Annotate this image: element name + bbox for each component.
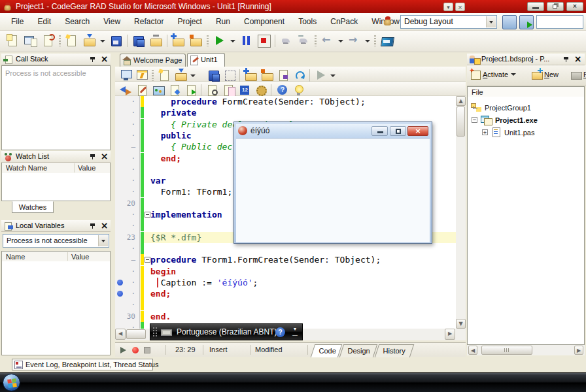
sync-icon[interactable]: [292, 67, 307, 81]
caret-icon[interactable]: [229, 33, 237, 49]
language-bar[interactable]: Portuguese (Brazilian ABNT) ? ▾—: [150, 323, 303, 340]
paste-run-icon[interactable]: [183, 82, 198, 96]
search-field[interactable]: [536, 15, 583, 29]
watch-list-header[interactable]: Watch List: [1, 151, 111, 163]
activate-button[interactable]: Activate: [470, 68, 516, 84]
menu-search[interactable]: Search: [59, 13, 95, 30]
find-doc-icon[interactable]: [204, 82, 219, 96]
menu-component[interactable]: Component: [238, 13, 290, 30]
page-refresh-icon[interactable]: [40, 33, 56, 49]
stop-icon[interactable]: [256, 33, 272, 49]
open-folder-icon[interactable]: [173, 67, 188, 81]
local-variables-header[interactable]: Local Variables: [1, 220, 111, 232]
remove-project-icon[interactable]: [188, 33, 204, 49]
diff-icon[interactable]: [220, 82, 235, 96]
pin-icon[interactable]: [89, 56, 97, 63]
form-toggle-icon[interactable]: [134, 67, 149, 81]
caret-icon[interactable]: [99, 33, 107, 49]
edit-pen-icon[interactable]: [134, 82, 149, 96]
close-icon[interactable]: [574, 55, 582, 63]
window-titlebar[interactable]: Project1 - CodeGear RAD Studio for Micro…: [0, 0, 586, 13]
menu-tools[interactable]: Tools: [292, 13, 322, 30]
frame-icon[interactable]: [222, 67, 237, 81]
chevron-down-icon[interactable]: [511, 73, 516, 76]
local-variables-scope-combo[interactable]: Process is not accessible: [3, 234, 109, 248]
call-stack-body[interactable]: Process is not accessible: [1, 65, 111, 150]
close-icon[interactable]: [100, 55, 109, 63]
run-icon[interactable]: [211, 33, 228, 49]
close-button[interactable]: ×: [566, 2, 583, 11]
vscroll-thumb[interactable]: [457, 106, 465, 137]
event-log-dock-tab[interactable]: Event Log, Breakpoint List, Thread Statu…: [12, 359, 153, 370]
new-page-icon[interactable]: [156, 67, 171, 81]
scroll-left-icon[interactable]: ◀: [468, 346, 477, 355]
scroll-up-icon[interactable]: ▲: [456, 96, 466, 106]
collapse-icon[interactable]: −: [472, 117, 477, 123]
menu-cnpack[interactable]: CnPack: [324, 13, 364, 30]
watch-list-body[interactable]: [1, 173, 111, 201]
drag-grip-icon[interactable]: [152, 327, 158, 338]
numbers-icon[interactable]: [237, 82, 252, 96]
minimize-button[interactable]: [527, 2, 544, 11]
fold-collapse-icon[interactable]: [145, 212, 150, 218]
menu-file[interactable]: File: [5, 13, 29, 30]
new-items-icon[interactable]: [5, 33, 21, 49]
toolbar-grip[interactable]: [205, 33, 211, 49]
tab-list-dropdown-icon[interactable]: ▾: [443, 3, 453, 11]
watches-tab[interactable]: Watches: [12, 201, 54, 213]
close-icon[interactable]: [100, 152, 109, 161]
scroll-right-icon[interactable]: ▶: [445, 329, 455, 340]
combo-caret-icon[interactable]: [98, 235, 108, 246]
save-all-icon[interactable]: [205, 67, 220, 81]
unit-swap-icon[interactable]: [118, 82, 133, 96]
pause-icon[interactable]: [238, 33, 254, 49]
close-button[interactable]: ×: [407, 126, 428, 136]
hscroll-thumb[interactable]: [126, 329, 146, 339]
close-icon[interactable]: [100, 221, 109, 230]
pin-icon[interactable]: [562, 56, 570, 63]
trace-into-icon[interactable]: [278, 33, 294, 49]
toolbar-grip[interactable]: [372, 33, 378, 49]
expand-icon[interactable]: +: [482, 129, 488, 135]
caret-icon[interactable]: [329, 67, 344, 81]
tab-welcome-page[interactable]: Welcome Page: [120, 54, 186, 67]
project-manager-header[interactable]: Project1.bdsproj - P...: [467, 54, 585, 65]
picture-icon[interactable]: [150, 82, 165, 96]
call-stack-header[interactable]: Call Stack: [1, 54, 111, 65]
save-icon[interactable]: [108, 33, 124, 49]
remove-button[interactable]: R: [570, 68, 586, 84]
new-page-icon[interactable]: [63, 33, 80, 49]
run-dis-icon[interactable]: [313, 67, 328, 81]
new-button[interactable]: New: [531, 68, 559, 84]
menu-refactor[interactable]: Refactor: [128, 13, 169, 30]
caret-icon[interactable]: [364, 33, 371, 49]
app-window-client-area[interactable]: [236, 138, 430, 242]
tree-item-project1[interactable]: − Project1.exe: [468, 114, 584, 126]
tab-design[interactable]: Design: [339, 344, 377, 357]
menu-project[interactable]: Project: [172, 13, 208, 30]
toolbar-grip[interactable]: [57, 33, 63, 49]
local-variables-columns[interactable]: Name Value: [1, 251, 111, 262]
local-variables-body[interactable]: [1, 261, 111, 355]
step-over-icon[interactable]: [296, 33, 312, 49]
back-icon[interactable]: [319, 33, 336, 49]
restore-button[interactable]: [547, 2, 564, 11]
remove-project-icon[interactable]: [259, 67, 274, 81]
hscroll-thumb[interactable]: [481, 346, 532, 355]
caret-icon[interactable]: [337, 33, 345, 49]
add-project-icon[interactable]: [243, 67, 258, 81]
running-app-window[interactable]: éíýúó ×: [233, 122, 432, 244]
export-folder-icon[interactable]: [148, 33, 164, 49]
scroll-right-icon[interactable]: ▶: [574, 346, 583, 355]
tab-history[interactable]: History: [375, 344, 414, 357]
cnpack-helmet-icon[interactable]: [383, 16, 392, 25]
options-icon[interactable]: ▾—: [290, 326, 300, 339]
refactor-icon[interactable]: [275, 67, 290, 81]
menu-edit[interactable]: Edit: [31, 13, 57, 30]
minimize-button[interactable]: [371, 126, 388, 136]
wizard-icon[interactable]: [167, 82, 182, 96]
menu-view[interactable]: View: [97, 13, 126, 30]
tree-item-unit1[interactable]: + Unit1.pas: [468, 127, 584, 139]
window-page-icon[interactable]: [22, 33, 39, 49]
start-button[interactable]: [3, 374, 20, 391]
